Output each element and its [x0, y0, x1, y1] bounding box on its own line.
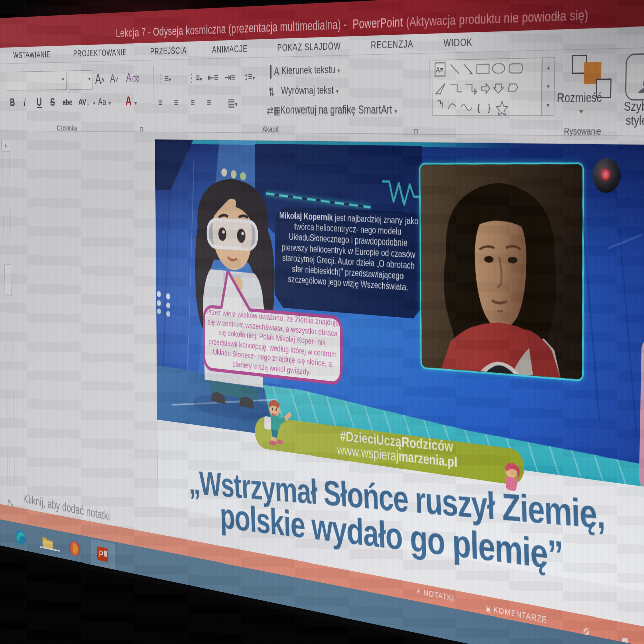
- svg-text:P: P: [99, 548, 104, 560]
- svg-text:A≡: A≡: [436, 65, 443, 74]
- svg-text:}: }: [488, 102, 491, 113]
- svg-text:{: {: [477, 102, 480, 113]
